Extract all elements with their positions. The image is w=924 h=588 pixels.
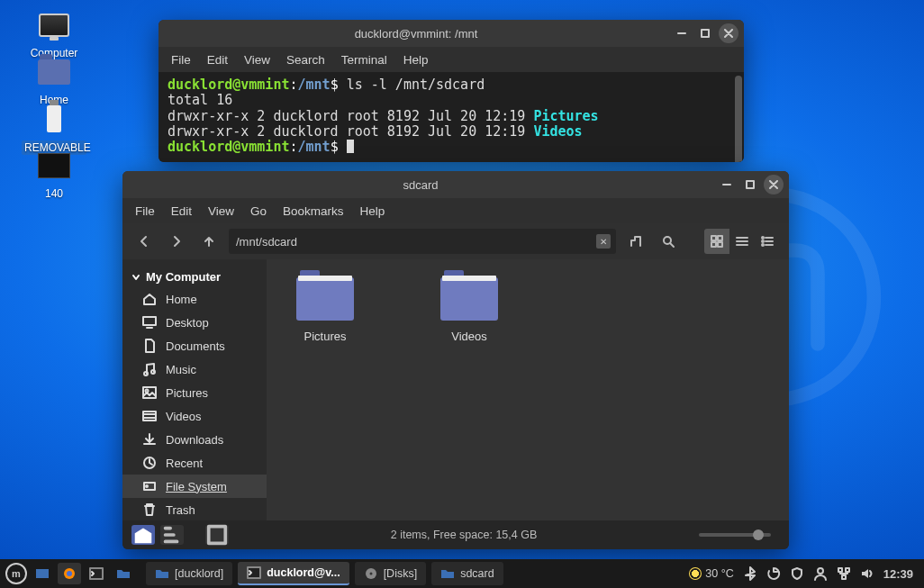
tree-toggle[interactable] [160, 525, 184, 545]
status-text: 2 items, Free space: 15,4 GB [229, 529, 699, 541]
sidebar-item-file-system[interactable]: File System [122, 475, 267, 498]
fs-icon [142, 479, 157, 493]
terminal-output[interactable]: ducklord@vmmint:/mnt$ ls -l /mnt/sdcard … [159, 72, 744, 162]
desktop-icon-removable[interactable]: REMOVABLE [22, 101, 86, 155]
close-button[interactable] [764, 175, 784, 194]
terminal-title: ducklord@vmmint: /mnt [164, 27, 668, 41]
minimize-button[interactable] [672, 23, 692, 43]
term-icon [247, 565, 261, 580]
task-disks[interactable]: [Disks] [355, 562, 427, 585]
menu-bookmarks[interactable]: Bookmarks [283, 204, 344, 218]
svg-rect-25 [248, 567, 260, 578]
sidebar-item-music[interactable]: Music [122, 357, 267, 381]
sidebar-item-recent[interactable]: Recent [122, 451, 267, 475]
sidebar-item-documents[interactable]: Documents [122, 334, 267, 357]
menu-search[interactable]: Search [286, 53, 325, 67]
sidebar-item-trash[interactable]: Trash [122, 498, 267, 520]
firefox-launcher[interactable] [58, 563, 81, 584]
sun-icon [689, 567, 702, 580]
monitor-icon [39, 14, 69, 37]
bluetooth-icon[interactable] [743, 566, 757, 581]
svg-rect-5 [718, 236, 722, 240]
shield-icon[interactable] [790, 566, 804, 581]
back-button[interactable] [131, 229, 157, 254]
home-icon [142, 292, 157, 306]
forward-button[interactable] [164, 229, 189, 254]
search-button[interactable] [656, 229, 681, 254]
task-sdcard[interactable]: sdcard [431, 562, 503, 585]
menu-view[interactable]: View [208, 204, 234, 218]
desktop-icon [142, 315, 157, 330]
compact-view-button[interactable] [755, 229, 780, 254]
minimize-button[interactable] [717, 175, 737, 194]
maximize-button[interactable] [740, 175, 760, 194]
filemgr-toolbar: /mnt/sdcard ✕ [122, 223, 789, 259]
up-button[interactable] [196, 229, 222, 254]
file-manager-window[interactable]: sdcard File Edit View Go Bookmarks Help … [122, 171, 789, 549]
sidebar-header[interactable]: My Computer [122, 267, 267, 287]
clock[interactable]: 12:39 [883, 567, 913, 581]
desktop-icon-home[interactable]: Home [22, 54, 86, 106]
folder-icon [440, 566, 455, 581]
filemgr-sidebar: My Computer HomeDesktopDocumentsMusicPic… [122, 259, 267, 520]
thumbnail-icon [38, 153, 70, 178]
svg-rect-21 [36, 569, 49, 578]
terminal-window[interactable]: ducklord@vmmint: /mnt File Edit View Sea… [159, 20, 744, 162]
svg-rect-2 [747, 181, 754, 188]
task-ducklord[interactable]: [ducklord] [146, 562, 232, 585]
menu-terminal[interactable]: Terminal [341, 53, 387, 67]
volume-icon[interactable] [860, 566, 874, 581]
view-mode-switch [704, 229, 780, 254]
show-desktop-button[interactable] [31, 563, 54, 584]
clear-path-icon[interactable]: ✕ [596, 234, 611, 249]
places-toggle[interactable] [131, 525, 155, 545]
network-icon[interactable] [837, 566, 851, 581]
recent-icon [142, 456, 157, 470]
svg-rect-20 [209, 527, 226, 544]
zoom-slider[interactable] [699, 533, 771, 537]
menu-help[interactable]: Help [360, 204, 385, 218]
desktop-icon-140[interactable]: 140 [22, 148, 86, 200]
toggle-path-button[interactable] [623, 229, 648, 254]
close-button[interactable] [719, 23, 738, 43]
user-icon[interactable] [813, 566, 828, 581]
menu-view[interactable]: View [244, 53, 270, 67]
menu-file[interactable]: File [135, 204, 155, 218]
task-ducklord@v[interactable]: ducklord@v... [238, 562, 349, 585]
icon-view-button[interactable] [704, 229, 729, 254]
terminal-menubar: File Edit View Search Terminal Help [159, 47, 744, 72]
desktop-icon-computer[interactable]: Computer [22, 7, 86, 59]
folder-icon [296, 277, 354, 321]
files-launcher[interactable] [112, 563, 135, 584]
sidebar-item-videos[interactable]: Videos [122, 404, 267, 428]
menu-help[interactable]: Help [403, 53, 429, 67]
svg-point-23 [67, 571, 72, 576]
sidebar-item-pictures[interactable]: Pictures [122, 381, 267, 404]
list-view-button[interactable] [729, 229, 755, 254]
menu-edit[interactable]: Edit [207, 53, 228, 67]
path-input[interactable]: /mnt/sdcard ✕ [229, 229, 616, 254]
update-icon[interactable] [766, 566, 781, 581]
usb-icon [47, 105, 61, 132]
music-icon [142, 362, 157, 376]
terminal-toggle[interactable] [205, 525, 229, 545]
menu-file[interactable]: File [171, 53, 191, 67]
start-menu-button[interactable]: m [5, 563, 27, 584]
terminal-titlebar[interactable]: ducklord@vmmint: /mnt [159, 20, 744, 47]
menu-go[interactable]: Go [250, 204, 267, 218]
sidebar-item-home[interactable]: Home [122, 287, 267, 311]
sidebar-item-desktop[interactable]: Desktop [122, 311, 267, 334]
home-folder-icon [38, 59, 70, 85]
filemgr-titlebar[interactable]: sdcard [122, 171, 789, 198]
terminal-launcher[interactable] [85, 563, 108, 584]
sidebar-item-downloads[interactable]: Downloads [122, 428, 267, 451]
folder-videos[interactable]: Videos [429, 277, 510, 343]
terminal-scrollbar[interactable] [735, 76, 742, 162]
filemgr-content[interactable]: Pictures Videos [267, 259, 789, 520]
maximize-button[interactable] [695, 23, 715, 43]
svg-rect-7 [718, 242, 722, 247]
filemgr-menubar: File Edit View Go Bookmarks Help [122, 198, 789, 223]
folder-pictures[interactable]: Pictures [285, 277, 366, 343]
weather-applet[interactable]: 30 °C [689, 567, 733, 580]
menu-edit[interactable]: Edit [171, 204, 192, 218]
